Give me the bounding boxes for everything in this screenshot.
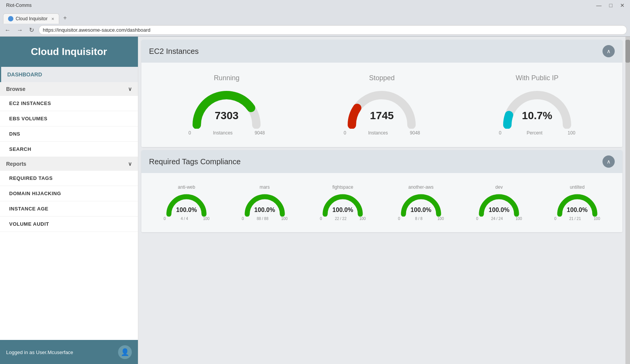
tags-card-header: Required Tags Compliance ∧ [141,150,622,173]
small-gauge-value-another-aws: 100.0% [411,207,431,214]
small-gauge-title-anti-web: anti-web [178,184,195,190]
sidebar-item-instance-age[interactable]: INSTANCE AGE [0,201,138,217]
sidebar-item-required-tags[interactable]: REQUIRED TAGS [0,171,138,186]
ec2-card-title: EC2 Instances [149,47,199,56]
sidebar-item-ebs-volumes[interactable]: EBS VOLUMES [0,111,138,126]
small-gauge-fraction-dev: 24 / 24 [491,217,503,221]
tab-close-button[interactable]: ✕ [51,17,54,21]
ec2-card-header: EC2 Instances ∧ [141,40,622,63]
small-gauge-title-untilted: untilted [570,184,585,190]
small-gauge-labels-fightspace: 0 22 / 22 100 [320,217,366,221]
small-gauge-min-fightspace: 0 [320,217,322,221]
gauge-title-running: Running [214,74,240,82]
small-gauge-max-untilted: 100 [594,217,600,221]
gauge-sublabel-running: Instances [191,130,255,136]
small-gauge-labels-untilted: 0 21 / 21 100 [554,217,600,221]
gauge-labels-stopped: 0 Instances 9048 [343,130,420,136]
tags-compliance-card: Required Tags Compliance ∧ anti-web100.0… [141,150,622,232]
sidebar-item-dashboard[interactable]: DASHBOARD [0,67,138,82]
app-title: Cloud Inquisitor [6,46,132,58]
small-gauge-max-mars: 100 [281,217,288,221]
gauge-min-with-public-ip: 0 [499,130,502,136]
sidebar-item-ec2-instances[interactable]: EC2 INSTANCES [0,96,138,111]
small-gauge-fraction-another-aws: 8 / 8 [415,217,422,221]
gauge-min-stopped: 0 [343,130,346,136]
ec2-card-body: Running73030 Instances 9048Stopped17450 … [141,63,622,147]
small-gauge-mars: mars100.0%0 88 / 88 100 [242,184,288,221]
reports-chevron-icon: ∨ [128,161,132,167]
sidebar-item-search[interactable]: SEARCH [0,142,138,157]
sidebar-nav: DASHBOARD Browse ∨ EC2 INSTANCES EBS VOL… [0,67,138,340]
tags-collapse-button[interactable]: ∧ [602,155,615,168]
small-gauge-wrapper-another-aws: 100.0% [398,191,444,217]
gauge-sublabel-with-public-ip: Percent [502,130,568,136]
small-gauge-max-fightspace: 100 [360,217,366,221]
small-gauge-title-another-aws: another-aws [408,184,434,190]
tab-favicon [8,16,13,21]
small-gauge-value-mars: 100.0% [254,207,275,214]
gauge-wrapper-with-public-ip: 10.7% [499,87,575,129]
title-bar: Riot-Comms — □ ✕ [0,0,630,11]
active-tab[interactable]: Cloud Inquisitor ✕ [3,13,59,24]
small-gauge-labels-dev: 0 24 / 24 100 [476,217,522,221]
small-gauge-min-mars: 0 [242,217,244,221]
user-avatar[interactable]: 👤 [118,345,132,359]
ec2-collapse-button[interactable]: ∧ [602,45,615,57]
gauge-value-running: 7303 [215,110,238,122]
gauge-min-running: 0 [188,130,191,136]
app-container: Cloud Inquisitor DASHBOARD Browse ∨ EC2 … [0,37,630,364]
gauge-labels-running: 0 Instances 9048 [188,130,265,136]
window-controls: — □ ✕ [594,2,627,9]
small-gauge-min-untilted: 0 [554,217,557,221]
back-button[interactable]: ← [3,26,12,34]
small-gauge-value-dev: 100.0% [489,207,509,214]
sidebar-item-dns[interactable]: DNS [0,126,138,142]
refresh-button[interactable]: ↻ [28,26,36,34]
gauge-max-running: 9048 [254,130,265,136]
sidebar-header: Cloud Inquisitor [0,37,138,67]
small-gauge-max-another-aws: 100 [437,217,444,221]
close-button[interactable]: ✕ [618,2,627,9]
browse-nav-items: EC2 INSTANCES EBS VOLUMES DNS SEARCH [0,96,138,157]
gauge-max-stopped: 9048 [410,130,420,136]
gauge-title-stopped: Stopped [369,74,395,82]
maximize-button[interactable]: □ [607,2,615,9]
browse-label: Browse [6,86,26,92]
url-input[interactable] [39,25,627,35]
window-title-label: Riot-Comms [3,3,594,8]
forward-button[interactable]: → [15,26,24,34]
browse-section-header[interactable]: Browse ∨ [0,82,138,96]
tags-card-body: anti-web100.0%0 4 / 4 100mars100.0%0 88 … [141,173,622,232]
small-gauge-max-anti-web: 100 [203,217,210,221]
new-tab-button[interactable]: + [59,12,70,24]
small-gauge-title-mars: mars [259,184,270,190]
sidebar-item-volume-audit[interactable]: VOLUME AUDIT [0,217,138,232]
gauge-title-with-public-ip: With Public IP [516,74,559,82]
scrollbar[interactable] [625,37,630,364]
gauge-labels-with-public-ip: 0 Percent 100 [499,130,575,136]
small-gauge-wrapper-anti-web: 100.0% [164,191,209,217]
reports-label: Reports [6,161,26,167]
logged-in-label: Logged in as User.Mcuserface [6,349,73,355]
scrollbar-thumb[interactable] [625,40,630,63]
tags-gauges-row: anti-web100.0%0 4 / 4 100mars100.0%0 88 … [149,181,615,225]
small-gauge-labels-anti-web: 0 4 / 4 100 [164,217,209,221]
gauge-value-stopped: 1745 [370,110,394,122]
small-gauge-title-dev: dev [496,184,503,190]
gauge-with-public-ip: With Public IP10.7%0 Percent 100 [499,74,575,136]
sidebar-item-domain-hijacking[interactable]: DOMAIN HIJACKING [0,186,138,201]
reports-section-header[interactable]: Reports ∨ [0,157,138,171]
small-gauge-wrapper-mars: 100.0% [242,191,288,217]
gauge-wrapper-running: 7303 [188,87,265,129]
tags-card-title: Required Tags Compliance [149,157,241,166]
small-gauge-min-dev: 0 [476,217,478,221]
small-gauge-min-anti-web: 0 [164,217,166,221]
small-gauge-title-fightspace: fightspace [332,184,353,190]
tags-collapse-icon: ∧ [607,159,611,165]
small-gauge-value-fightspace: 100.0% [332,207,353,214]
minimize-button[interactable]: — [594,2,604,9]
main-content: EC2 Instances ∧ Running73030 Instances 9… [138,37,625,364]
small-gauge-labels-another-aws: 0 8 / 8 100 [398,217,444,221]
small-gauge-labels-mars: 0 88 / 88 100 [242,217,288,221]
sidebar: Cloud Inquisitor DASHBOARD Browse ∨ EC2 … [0,37,138,364]
